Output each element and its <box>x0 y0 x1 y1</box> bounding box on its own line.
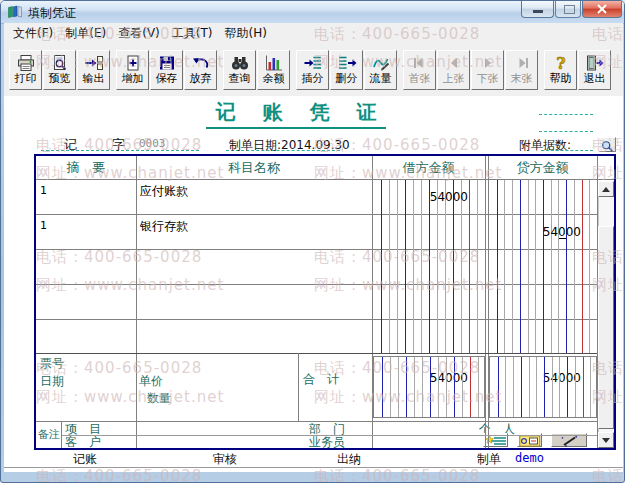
menu-view[interactable]: 查看(V) <box>113 23 165 44</box>
toolbar-button-label: 预览 <box>49 72 71 85</box>
menu-voucher[interactable]: 制单(E) <box>60 23 111 44</box>
digit-grid-line <box>529 357 530 417</box>
first-page-icon <box>410 53 430 72</box>
help-button[interactable]: ?帮助 <box>544 50 577 90</box>
salesman-label[interactable]: 业务员 <box>309 434 345 451</box>
menu-tools[interactable]: 工具(T) <box>167 23 218 44</box>
app-books-icon <box>7 4 23 20</box>
digit-grid-line <box>544 357 545 417</box>
delete-split-button[interactable]: 删分 <box>330 50 363 90</box>
row-credit-value[interactable]: 54000 <box>519 225 581 239</box>
delete-row-icon <box>337 53 357 72</box>
toolbar-button-label: 末张 <box>511 72 533 85</box>
voucher-date[interactable]: 制单日期:2014.09.30 <box>229 137 350 154</box>
digit-grid-line <box>382 357 383 417</box>
table-line <box>136 156 137 448</box>
digit-grid-line <box>381 180 382 353</box>
column-header-credit: 贷方金额 <box>488 159 597 176</box>
digit-grid-line <box>445 180 446 353</box>
toolbar-button-label: 打印 <box>15 72 37 85</box>
toolbar-button-label: 流量 <box>370 72 392 85</box>
row-summary-cell[interactable]: 1 <box>40 219 47 232</box>
digit-grid-line <box>590 357 591 417</box>
close-button[interactable] <box>582 1 622 18</box>
magic-wand-icon <box>559 435 579 447</box>
prev-button[interactable]: 上张 <box>437 50 470 90</box>
table-line <box>298 353 299 421</box>
save-button[interactable]: 保存 <box>150 50 183 90</box>
digit-grid-line <box>558 180 559 353</box>
query-button[interactable]: 查询 <box>223 50 256 90</box>
toolbar-button-label: 输出 <box>83 72 105 85</box>
debit-amount-grid[interactable] <box>373 180 485 353</box>
maximize-icon <box>564 5 575 14</box>
floppy-icon <box>157 53 177 72</box>
digit-grid-line <box>461 180 462 353</box>
toolbar-button-label: 保存 <box>156 72 178 85</box>
credit-total-grid[interactable] <box>489 356 597 418</box>
balance-button[interactable]: 余额 <box>257 50 290 90</box>
preview-icon <box>50 53 70 72</box>
preparer-label: 制单 <box>477 451 501 468</box>
minimize-icon <box>533 10 543 13</box>
digit-grid-line <box>520 180 521 353</box>
last-button[interactable]: 末张 <box>505 50 538 90</box>
exit-button[interactable]: 退出 <box>578 50 611 90</box>
toolbar-button-label: 增加 <box>122 72 144 85</box>
maximize-button[interactable] <box>555 1 581 18</box>
printer-icon <box>16 53 36 72</box>
row-account-cell[interactable]: 应付账款 <box>140 183 188 200</box>
title-bar: 填制凭证 <box>1 1 624 24</box>
table-line <box>61 435 597 436</box>
watermark-site: 网址：www.chanjet.net <box>592 479 625 483</box>
digit-grid-line <box>453 180 454 353</box>
add-button[interactable]: 增加 <box>116 50 149 90</box>
debit-total-grid[interactable] <box>373 356 485 418</box>
discard-button[interactable]: 放弃 <box>184 50 217 90</box>
voucher-word-suffix: 字 <box>112 136 125 154</box>
help-icon: ? <box>551 53 571 72</box>
next-button[interactable]: 下张 <box>471 50 504 90</box>
menu-help[interactable]: 帮助(H) <box>220 23 272 44</box>
customer-label[interactable]: 客 户 <box>65 434 101 451</box>
credit-amount-grid[interactable] <box>489 180 597 353</box>
digit-grid-line <box>438 357 439 417</box>
arrow-down-icon <box>602 438 610 443</box>
print-button[interactable]: 打印 <box>9 50 42 90</box>
scrollbar-down-button[interactable] <box>598 432 614 448</box>
preview-button[interactable]: 预览 <box>43 50 76 90</box>
table-line <box>36 421 597 422</box>
last-page-icon <box>512 53 532 72</box>
divider <box>4 468 623 469</box>
row-account-cell[interactable]: 银行存款 <box>140 218 188 235</box>
toolbar-button-label: 放弃 <box>190 72 212 85</box>
digit-grid-line <box>413 180 414 353</box>
menu-file[interactable]: 文件(F) <box>8 23 58 44</box>
flow-button[interactable]: 流量 <box>364 50 397 90</box>
digit-grid-line <box>454 357 455 417</box>
minimize-button[interactable] <box>521 1 554 18</box>
toolbar-button-label: 退出 <box>584 72 606 85</box>
digit-grid-line <box>589 180 590 353</box>
undo-icon <box>191 53 211 72</box>
row-debit-value[interactable]: 54000 <box>406 190 468 204</box>
toolbar-button-label: 查询 <box>229 72 251 85</box>
digit-grid-line <box>521 357 522 417</box>
digit-grid-line <box>470 357 471 417</box>
date-row-label: 日期 <box>40 373 64 390</box>
digit-grid-line <box>398 357 399 417</box>
export-icon <box>84 53 104 72</box>
calculator-icon <box>519 435 541 447</box>
attachment-lookup-button[interactable] <box>599 137 616 152</box>
row-summary-cell[interactable]: 1 <box>40 184 47 197</box>
output-button[interactable]: 输出 <box>77 50 110 90</box>
digit-grid-line <box>504 180 505 353</box>
insert-split-button[interactable]: 插分 <box>296 50 329 90</box>
first-button[interactable]: 首张 <box>403 50 436 90</box>
scrollbar-up-button[interactable] <box>598 181 614 197</box>
scrollbar-thumb[interactable] <box>598 226 614 429</box>
add-doc-icon <box>123 53 143 72</box>
voucher-number[interactable]: 0003 <box>139 137 166 150</box>
digit-grid-line <box>405 180 406 353</box>
digit-grid-line <box>397 180 398 353</box>
